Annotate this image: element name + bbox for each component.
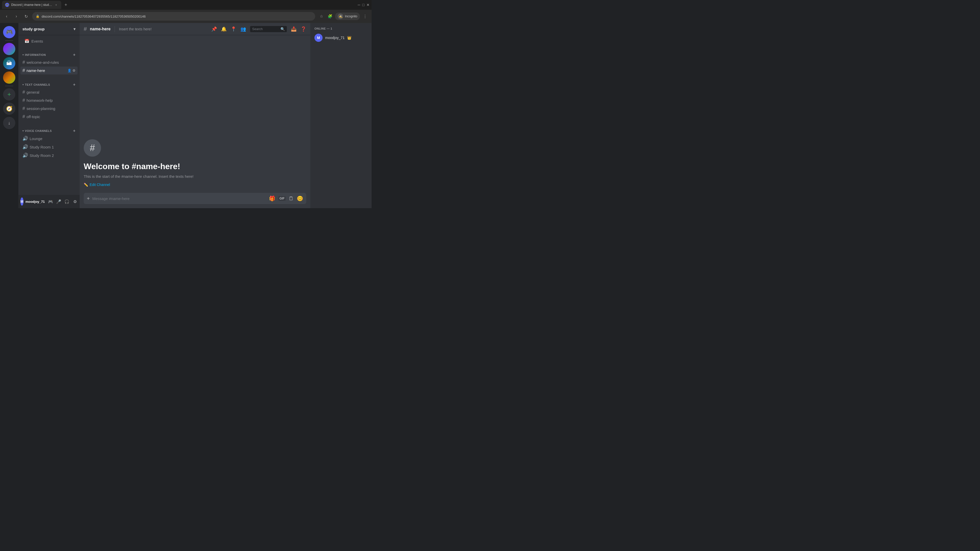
user-settings-button[interactable]: ⚙: [72, 198, 79, 205]
server-icon-1[interactable]: [3, 43, 15, 55]
text-channels-category-header[interactable]: ▾ TEXT CHANNELS +: [21, 79, 78, 88]
channel-name-study1: Study Room 1: [30, 145, 54, 149]
channel-lounge[interactable]: 🔊 Lounge: [21, 135, 78, 143]
forward-button[interactable]: ›: [13, 13, 20, 20]
speaker-icon-study1: 🔊: [22, 144, 28, 150]
invite-icon[interactable]: 👤: [67, 68, 72, 73]
channel-session-planning[interactable]: # session-planning: [21, 105, 78, 113]
channel-study-room-1[interactable]: 🔊 Study Room 1: [21, 143, 78, 151]
channel-welcome-and-rules[interactable]: # welcome-and-rules: [21, 59, 78, 66]
header-actions: 📌 🔔 📍 👥 🔍 📥 ❓: [211, 26, 306, 32]
add-attachment-button[interactable]: +: [87, 196, 90, 202]
server-icon-2[interactable]: 🏔: [3, 57, 15, 69]
inbox-button[interactable]: 📥: [291, 26, 297, 32]
add-server-icon: +: [7, 91, 11, 98]
threads-button[interactable]: 📌: [211, 26, 217, 32]
browser-nav: ‹ › ↻ 🔒 discord.com/channels/11827053640…: [0, 10, 372, 23]
gif-button[interactable]: GIF: [278, 196, 286, 201]
more-button[interactable]: ⋮: [361, 13, 369, 20]
welcome-title: Welcome to #name-here!: [84, 162, 306, 171]
channel-name-off-topic: off-topic: [27, 114, 40, 119]
server-icon-3[interactable]: [3, 71, 15, 84]
user-panel: M moodjoy_71 🎮 🎤 🎧 ⚙: [18, 195, 80, 208]
activity-button[interactable]: 🎮: [47, 198, 54, 205]
incognito-badge[interactable]: 🕵 Incognito: [335, 13, 360, 20]
explore-button[interactable]: 🧭: [3, 103, 15, 115]
help-button[interactable]: ❓: [301, 26, 306, 32]
deafen-button[interactable]: 🎧: [63, 198, 70, 205]
pins-button[interactable]: 📍: [231, 26, 236, 32]
header-search[interactable]: 🔍: [250, 26, 287, 32]
channel-study-room-2[interactable]: 🔊 Study Room 2: [21, 151, 78, 159]
gift-button[interactable]: 🎁: [269, 195, 275, 202]
notifications-button[interactable]: 🔔: [221, 26, 227, 32]
information-category-header[interactable]: ▾ INFORMATION +: [21, 49, 78, 58]
discord-home-button[interactable]: 🎮: [3, 26, 15, 38]
category-chevron-information: ▾: [22, 54, 24, 56]
tab-close-button[interactable]: ×: [54, 3, 58, 7]
channel-homework-help[interactable]: # homework-help: [21, 97, 78, 104]
lock-icon: 🔒: [36, 14, 40, 18]
new-tab-button[interactable]: +: [62, 1, 69, 8]
emoji-button[interactable]: 😊: [297, 195, 303, 202]
maximize-button[interactable]: □: [363, 3, 364, 7]
refresh-button[interactable]: ↻: [22, 13, 30, 20]
back-button[interactable]: ‹: [3, 13, 10, 20]
add-server-button[interactable]: +: [3, 88, 15, 100]
header-divider: [115, 26, 115, 32]
hash-icon-welcome: #: [22, 60, 25, 65]
address-bar[interactable]: 🔒 discord.com/channels/11827053640729355…: [32, 12, 315, 21]
close-window-button[interactable]: ✕: [366, 3, 369, 7]
channel-name-here[interactable]: # name-here 👤 ⚙: [21, 67, 78, 75]
message-text-input[interactable]: [92, 197, 266, 201]
server-header[interactable]: study group ▾: [18, 23, 80, 35]
sticker-button[interactable]: 🗒: [289, 196, 294, 202]
server-sidebar: 🎮 🏔 + 🧭 ↓: [0, 23, 18, 208]
information-label: INFORMATION: [25, 53, 46, 56]
active-tab[interactable]: 🎮 Discord | #name-here | study gr... ×: [2, 1, 61, 9]
settings-icon[interactable]: ⚙: [73, 68, 76, 73]
hash-icon-session: #: [22, 106, 25, 111]
channel-name-name-here: name-here: [27, 68, 45, 73]
crown-icon-moodjoy71: 👑: [347, 36, 352, 40]
channel-name-study2: Study Room 2: [30, 153, 54, 158]
welcome-hash-symbol: #: [90, 143, 95, 153]
nav-extras: ☆ 🧩 🕵 Incognito ⋮: [318, 13, 369, 20]
incognito-icon: 🕵: [338, 14, 343, 19]
hash-icon-off-topic: #: [22, 114, 25, 119]
bookmark-button[interactable]: ☆: [318, 13, 325, 20]
hash-icon-homework: #: [22, 98, 25, 103]
mute-button[interactable]: 🎤: [55, 198, 62, 205]
channel-header: # name-here Insert the texts here! 📌 🔔 📍…: [80, 23, 310, 35]
add-channel-information-button[interactable]: +: [73, 52, 76, 57]
edit-channel-button[interactable]: ✏️ Edit Channel: [84, 183, 306, 187]
channel-general[interactable]: # general: [21, 88, 78, 96]
extension-button[interactable]: 🧩: [326, 13, 334, 20]
channel-name-homework: homework-help: [27, 98, 53, 103]
channel-off-topic[interactable]: # off-topic: [21, 113, 78, 121]
voice-channels-category-header[interactable]: ▾ VOICE CHANNELS +: [21, 125, 78, 134]
events-icon: 📅: [24, 39, 29, 43]
hash-icon-general: #: [22, 89, 25, 95]
explore-icon: 🧭: [6, 106, 13, 112]
edit-channel-label: Edit Channel: [89, 183, 110, 187]
events-item[interactable]: 📅 Events: [21, 37, 78, 45]
search-input[interactable]: [252, 27, 279, 31]
minimize-button[interactable]: ─: [358, 3, 360, 7]
server-header-chevron: ▾: [73, 27, 76, 32]
voice-channels-label: VOICE CHANNELS: [25, 129, 52, 132]
incognito-label: Incognito: [345, 14, 357, 18]
speaker-icon-lounge: 🔊: [22, 136, 28, 141]
tab-favicon: 🎮: [5, 3, 9, 7]
welcome-hash-icon: #: [84, 139, 101, 157]
download-icon: ↓: [8, 121, 11, 126]
members-button[interactable]: 👥: [240, 26, 246, 32]
search-icon: 🔍: [280, 27, 285, 31]
add-channel-voice-button[interactable]: +: [73, 129, 76, 133]
member-moodjoy71[interactable]: M moodjoy_71 👑: [312, 32, 369, 43]
download-button[interactable]: ↓: [3, 117, 15, 129]
channel-sidebar: study group ▾ 📅 Events ▾ INFORMATION + #…: [18, 23, 80, 208]
add-channel-text-button[interactable]: +: [73, 83, 76, 87]
server-divider-2: [5, 86, 13, 86]
welcome-description: This is the start of the #name-here chan…: [84, 174, 306, 179]
